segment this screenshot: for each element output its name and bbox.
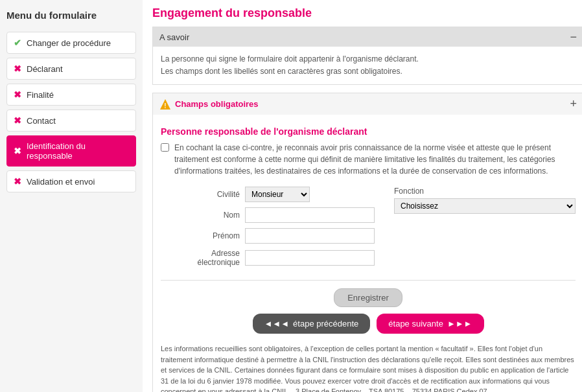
a-savoir-title: A savoir	[159, 32, 189, 42]
cross-icon: ✖	[14, 115, 21, 126]
left-form-col: Civilité Monsieur Madame Mademoiselle No…	[161, 187, 375, 272]
civilite-label: Civilité	[161, 190, 245, 199]
a-savoir-section: A savoir − La personne qui signe le form…	[152, 27, 582, 85]
next-button[interactable]: étape suivante ►►►	[377, 314, 483, 334]
cross-icon: ✖	[14, 146, 21, 156]
adresse-label: Adresse électronique	[161, 249, 245, 267]
champs-header-left: ! Champs obligatoires	[159, 98, 259, 110]
a-savoir-toggle[interactable]: −	[570, 31, 577, 43]
champs-content: Personne responsable de l'organisme décl…	[153, 115, 582, 392]
main-content: Engagement du responsable A savoir − La …	[143, 0, 582, 392]
sidebar-item-label: Déclarant	[27, 64, 63, 74]
civilite-row: Civilité Monsieur Madame Mademoiselle	[161, 187, 375, 202]
checkbox-text: En cochant la case ci-contre, je reconna…	[174, 142, 576, 177]
enregistrer-button[interactable]: Enregistrer	[334, 288, 402, 307]
sidebar-item-label: Contact	[27, 116, 56, 126]
sidebar-item-label: Finalité	[27, 90, 54, 100]
personne-title: Personne responsable de l'organisme décl…	[161, 126, 576, 137]
sidebar: Menu du formulaire ✔ Changer de procédur…	[0, 0, 143, 392]
engagement-checkbox[interactable]	[161, 143, 169, 152]
next-label: étape suivante	[388, 319, 443, 329]
a-savoir-line2: Les champs dont les libellés sont en car…	[161, 65, 576, 78]
prenom-label: Prénom	[161, 231, 245, 240]
sidebar-item-finalite[interactable]: ✖ Finalité	[6, 84, 136, 106]
champs-obligatoires-title: Champs obligatoires	[175, 99, 259, 109]
nom-label: Nom	[161, 211, 245, 220]
sidebar-item-contact[interactable]: ✖ Contact	[6, 110, 136, 132]
right-form-col: Fonction Choisissez	[394, 187, 576, 214]
sidebar-item-identification-responsable[interactable]: ✖ Identification du responsable	[6, 135, 136, 167]
check-icon: ✔	[14, 38, 21, 48]
fonction-select[interactable]: Choisissez	[394, 198, 576, 214]
sidebar-item-label: Identification du responsable	[27, 141, 129, 161]
champs-toggle[interactable]: +	[570, 97, 577, 111]
a-savoir-line1: La personne qui signe le formulaire doit…	[161, 53, 576, 65]
sidebar-item-validation-envoi[interactable]: ✖ Validation et envoi	[6, 170, 136, 192]
sidebar-title: Menu du formulaire	[6, 6, 136, 24]
prev-label: étape précédente	[293, 319, 358, 329]
checkbox-row: En cochant la case ci-contre, je reconna…	[161, 142, 576, 177]
svg-text:!: !	[164, 102, 166, 110]
form-columns: Civilité Monsieur Madame Mademoiselle No…	[161, 187, 576, 272]
cross-icon: ✖	[14, 176, 21, 187]
champs-obligatoires-section: ! Champs obligatoires + Personne respons…	[152, 93, 582, 392]
nom-input[interactable]	[245, 207, 375, 223]
prenom-input[interactable]	[245, 228, 375, 244]
sidebar-item-label: Validation et envoi	[27, 177, 95, 187]
fonction-label: Fonction	[394, 187, 576, 196]
adresse-input[interactable]	[245, 250, 375, 266]
sidebar-item-label: Changer de procédure	[27, 38, 111, 48]
sidebar-item-changer-procedure[interactable]: ✔ Changer de procédure	[6, 32, 136, 54]
cross-icon: ✖	[14, 63, 21, 74]
adresse-row: Adresse électronique	[161, 249, 375, 267]
nav-buttons-row: ◄◄◄ étape précédente étape suivante ►►►	[161, 314, 576, 334]
page-title: Engagement du responsable	[152, 6, 582, 20]
next-arrows-icon: ►►►	[447, 319, 472, 329]
nom-row: Nom	[161, 207, 375, 223]
enregistrer-row: Enregistrer	[161, 288, 576, 307]
champs-header[interactable]: ! Champs obligatoires +	[153, 93, 582, 115]
form-divider	[161, 280, 576, 281]
footer-text: Les informations recueillies sont obliga…	[161, 343, 576, 392]
prenom-row: Prénom	[161, 228, 375, 244]
a-savoir-header[interactable]: A savoir −	[153, 27, 582, 47]
cross-icon: ✖	[14, 89, 21, 100]
prev-arrows-icon: ◄◄◄	[264, 319, 290, 329]
warning-icon: !	[159, 98, 171, 110]
civilite-select[interactable]: Monsieur Madame Mademoiselle	[245, 187, 310, 202]
a-savoir-body: La personne qui signe le formulaire doit…	[153, 47, 582, 84]
prev-button[interactable]: ◄◄◄ étape précédente	[253, 314, 371, 334]
sidebar-item-declarant[interactable]: ✖ Déclarant	[6, 58, 136, 80]
